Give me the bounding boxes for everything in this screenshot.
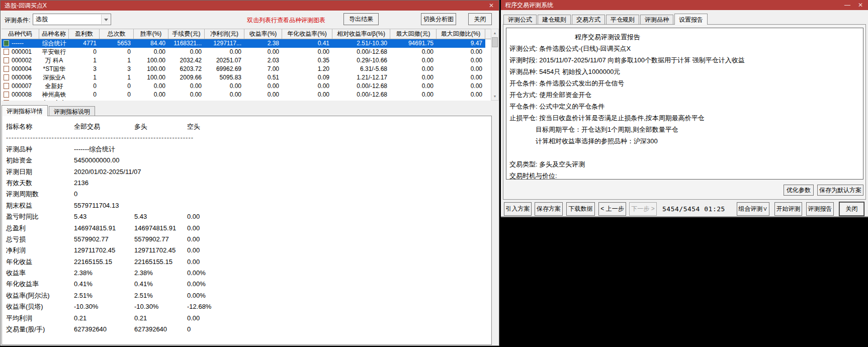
scroll-up-icon[interactable]: ▲ xyxy=(491,29,498,37)
table-body: 000001 平安银行 0 0 0.00 0.00 0.00 0.00 0.00… xyxy=(2,48,491,101)
header-winrate[interactable]: 胜率(%) xyxy=(134,29,168,39)
header-alpha-beta[interactable]: 相对收益率α/β(%) xyxy=(332,29,390,39)
eval-report-button[interactable]: 评测报告 xyxy=(806,202,834,216)
cell-return: 0.51 xyxy=(244,73,282,82)
metrics-row: 净利润 129711702.45 129711702.45 0.00 xyxy=(6,245,491,256)
cell-total: 1 xyxy=(100,73,134,82)
summary-row[interactable]: ------ 综合统计 4771 5653 84.40 1168321... 1… xyxy=(2,39,485,48)
cell-total: 0 xyxy=(100,91,134,99)
download-data-button[interactable]: 下载数据 xyxy=(566,202,595,216)
table-row[interactable]: 000002 万 科A 1 1 100.00 2032.42 20251.07 … xyxy=(2,56,485,65)
metric-long: 22165155.15 xyxy=(134,256,187,268)
metric-long xyxy=(134,144,187,155)
metric-long: 2.51% xyxy=(134,290,187,301)
cell-return: 0.00 xyxy=(244,91,282,99)
cell-name: 万 科A xyxy=(39,56,69,65)
tab-eval-symbols[interactable]: 评测品种 xyxy=(640,15,673,24)
table-row[interactable]: 000007 全新好 0 0 0.00 0.00 0.00 0.00 0.00 … xyxy=(2,82,485,91)
cell-annual: 0.35 xyxy=(282,56,332,65)
close-icon[interactable]: ✕ xyxy=(487,1,496,11)
header-total[interactable]: 总次数 xyxy=(100,29,134,39)
metrics-row: 收益率(阿尔法) 2.51% 2.51% 0.00% xyxy=(6,290,491,301)
metrics-row: 收益率(贝塔) -10.30% -10.30% -12.68% xyxy=(6,301,491,312)
left-close-button[interactable]: 关闭 xyxy=(468,13,492,25)
metric-label: 收益率(阿尔法) xyxy=(6,290,74,301)
table-row[interactable]: 000009 中国宝安 1 1 100.00 1913.42 21132.73 … xyxy=(2,99,485,101)
switch-analysis-chart-button[interactable]: 切换分析图 xyxy=(421,13,456,25)
cell-fee: 0.00 xyxy=(168,48,205,56)
right-titlebar[interactable]: 程序交易评测系统 — ✕ xyxy=(501,0,868,10)
header-netprofit[interactable]: 净利润(元) xyxy=(205,29,244,39)
tab-close-rules[interactable]: 平仓规则 xyxy=(606,15,639,24)
condition-combo[interactable]: 选股 xyxy=(33,14,111,25)
cell-annual: 0.41 xyxy=(282,39,332,48)
tab-metrics-detail[interactable]: 评测指标详情 xyxy=(2,105,48,116)
cell-netprofit: 21132.73 xyxy=(205,99,244,101)
header-code[interactable]: 品种代码 xyxy=(2,29,39,39)
optimize-params-button[interactable]: 优化参数 xyxy=(784,185,814,196)
save-plan-button[interactable]: 保存方案 xyxy=(535,202,563,216)
report-line: 评测时段: 2015/11/07-2025/11/07 向前多取100个数据用于… xyxy=(509,54,860,66)
metric-all: 2.38% xyxy=(74,268,134,279)
progress-text: 5454/5454 01:25 xyxy=(662,205,725,213)
report-line: 交易类型: 多头及空头评测 xyxy=(509,158,860,170)
right-close-button[interactable]: 关闭 xyxy=(839,202,864,216)
metric-short xyxy=(187,178,232,189)
metric-label: 平均利润 xyxy=(6,313,74,324)
table-header-row: 品种代码 品种名称 盈利数 总次数 胜率(%) 手续费(元) 净利润(元) 收益… xyxy=(2,29,491,39)
cell-wins: 0 xyxy=(69,48,100,56)
cell-fee: 2009.66 xyxy=(168,73,205,82)
metric-label: 有效天数 xyxy=(6,178,74,189)
dialog-tabs: 评测公式 建仓规则 交易方式 平仓规则 评测品种 设置报告 xyxy=(503,14,709,25)
metric-short: 0.00 xyxy=(187,313,232,324)
tab-trade-mode[interactable]: 交易方式 xyxy=(572,15,605,24)
table-row[interactable]: 000004 *ST国华 3 3 100.00 6203.72 69962.69… xyxy=(2,65,485,73)
metrics-row: 交易量(股/手) 627392640 627392640 0 xyxy=(6,324,491,335)
metric-long: 0.41% xyxy=(134,279,187,290)
start-eval-button[interactable]: 开始评测 xyxy=(774,202,802,216)
metric-all: 0.21 xyxy=(74,313,134,324)
tab-eval-formula[interactable]: 评测公式 xyxy=(503,15,537,24)
tab-metrics-help[interactable]: 评测指标说明 xyxy=(49,106,95,116)
close-icon[interactable]: ✕ xyxy=(856,0,865,10)
header-return[interactable]: 收益率(%) xyxy=(244,29,282,39)
metric-long: -10.30% xyxy=(134,301,187,312)
import-plan-button[interactable]: 引入方案 xyxy=(504,202,532,216)
left-titlebar[interactable]: 选股-回调买点X ✕ xyxy=(1,1,499,11)
table-scrollbar[interactable]: ▲ ▼ xyxy=(491,29,499,101)
cell-fee: 6203.72 xyxy=(168,65,205,73)
table-row[interactable]: 000001 平安银行 0 0 0.00 0.00 0.00 0.00 0.00… xyxy=(2,48,485,56)
cell-code: 000008 xyxy=(12,91,32,99)
metric-all: 5579711704.13 xyxy=(74,200,134,211)
metric-long xyxy=(134,166,187,178)
table-row[interactable]: 000006 深振业A 1 1 100.00 2009.66 5095.83 0… xyxy=(2,73,485,82)
cell-netprofit: 0.00 xyxy=(205,91,244,99)
metrics-header-row: 指标名称 全部交易 多头 空头 xyxy=(6,121,491,132)
tab-settings-report[interactable]: 设置报告 xyxy=(674,14,708,25)
metric-short: 0.00 xyxy=(187,245,232,256)
cell-drawdown-pct: 0.00 xyxy=(437,48,485,56)
header-max-drawdown[interactable]: 最大回撤(元) xyxy=(390,29,437,39)
cell-drawdown-pct: 0.00 xyxy=(437,99,485,101)
cell-name: *ST国华 xyxy=(39,65,69,73)
tab-open-rules[interactable]: 建仓规则 xyxy=(538,15,571,24)
prev-step-button[interactable]: < 上一步 xyxy=(598,202,626,216)
metric-short xyxy=(187,155,232,166)
scroll-thumb[interactable] xyxy=(492,37,498,47)
save-default-button[interactable]: 保存为默认方案 xyxy=(817,185,863,196)
header-fee[interactable]: 手续费(元) xyxy=(168,29,205,39)
header-wins[interactable]: 盈利数 xyxy=(69,29,100,39)
combo-eval-button[interactable]: 组合评测∨ xyxy=(737,202,769,216)
metrics-row: 总亏损 5579902.77 5579902.77 0.00 xyxy=(6,234,491,245)
metric-short: 0.00 xyxy=(187,256,232,268)
scroll-down-icon[interactable]: ▼ xyxy=(491,93,498,100)
header-name[interactable]: 品种名称 xyxy=(39,29,69,39)
header-max-drawdown-pct[interactable]: 最大回撤比(%) xyxy=(437,29,485,39)
minimize-icon[interactable]: — xyxy=(843,0,852,10)
table-row[interactable]: 000008 神州高铁 0 0 0.00 0.00 0.00 0.00 0.00… xyxy=(2,91,485,99)
metrics-row: 年化收益率 0.41% 0.41% 0.00% xyxy=(6,279,491,290)
export-results-button[interactable]: 导出结果 xyxy=(343,13,379,25)
metrics-row: 平均利润 0.21 0.21 0.00 xyxy=(6,313,491,324)
header-annual-return[interactable]: 年化收益率(%) xyxy=(282,29,332,39)
chevron-down-icon[interactable] xyxy=(101,15,110,24)
